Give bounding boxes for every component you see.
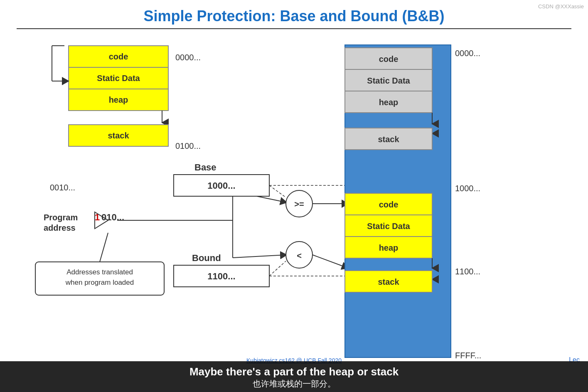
svg-rect-9 (69, 125, 168, 146)
svg-text:1000...: 1000... (207, 180, 235, 191)
svg-rect-51 (345, 69, 432, 91)
svg-text:heap: heap (379, 98, 399, 107)
svg-rect-26 (174, 175, 269, 196)
subtitle-en: Maybe there's a part of the heap or stac… (0, 365, 588, 378)
svg-line-35 (269, 185, 286, 197)
svg-text:code: code (379, 200, 399, 209)
svg-text:1100...: 1100... (207, 271, 235, 281)
svg-text:<: < (297, 251, 302, 260)
svg-rect-49 (345, 48, 432, 69)
svg-text:FFFF...: FFFF... (455, 351, 481, 360)
svg-text:Program: Program (44, 213, 78, 222)
svg-rect-60 (345, 193, 432, 215)
svg-text:Base: Base (194, 162, 217, 173)
svg-text:0010...: 0010... (50, 183, 75, 192)
svg-rect-62 (345, 215, 432, 237)
svg-text:heap: heap (379, 243, 399, 252)
svg-text:when program loaded: when program loaded (65, 279, 134, 286)
svg-text:0000...: 0000... (455, 49, 480, 58)
svg-rect-57 (345, 128, 432, 150)
svg-text:Static Data: Static Data (367, 222, 410, 231)
svg-text:code: code (109, 52, 128, 61)
svg-text:1: 1 (95, 212, 100, 222)
svg-text:010...: 010... (101, 212, 124, 222)
subtitle-zh: 也许堆或栈的一部分。 (0, 378, 588, 390)
svg-text:1000...: 1000... (455, 184, 480, 193)
svg-text:code: code (379, 54, 399, 64)
svg-text:stack: stack (378, 135, 399, 144)
svg-rect-47 (345, 45, 451, 357)
subtitle-bar: Maybe there's a part of the heap or stac… (0, 361, 588, 392)
svg-text:>=: >= (294, 200, 304, 209)
svg-rect-3 (69, 67, 168, 89)
svg-text:address: address (44, 223, 76, 232)
svg-line-39 (347, 185, 348, 204)
svg-text:stack: stack (378, 277, 399, 286)
svg-text:1100...: 1100... (455, 267, 480, 276)
svg-line-40 (312, 255, 348, 268)
svg-line-46 (100, 233, 108, 262)
svg-text:heap: heap (109, 95, 128, 104)
svg-rect-43 (35, 262, 164, 295)
svg-rect-5 (69, 89, 168, 111)
svg-text:0000...: 0000... (175, 53, 201, 62)
svg-text:Bound: Bound (192, 253, 221, 263)
svg-text:0100...: 0100... (175, 141, 201, 150)
svg-text:stack: stack (108, 131, 129, 140)
svg-rect-53 (345, 91, 432, 113)
svg-text:Static Data: Static Data (97, 74, 140, 83)
svg-point-31 (286, 190, 312, 217)
svg-rect-69 (345, 271, 432, 292)
svg-rect-29 (174, 265, 269, 287)
svg-point-33 (286, 242, 312, 268)
svg-rect-1 (69, 46, 168, 67)
svg-rect-64 (345, 237, 432, 258)
svg-marker-24 (95, 212, 108, 229)
svg-text:Static Data: Static Data (367, 76, 410, 85)
svg-line-42 (347, 268, 348, 276)
watermark: CSDN @XXXassie (538, 3, 584, 10)
svg-text:Addresses translated: Addresses translated (66, 268, 133, 276)
slide-title: Simple Protection: Base and Bound (B&B) (17, 0, 571, 29)
svg-line-36 (269, 261, 286, 276)
svg-line-23 (233, 255, 287, 258)
svg-line-22 (233, 191, 287, 202)
